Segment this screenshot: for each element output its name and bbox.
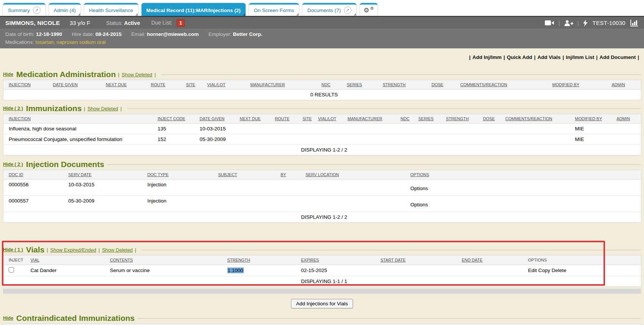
section-divider: [107, 164, 641, 165]
column-header[interactable]: VIAL: [29, 255, 109, 265]
column-header[interactable]: NDC: [399, 114, 417, 124]
column-header[interactable]: END DATE: [460, 255, 527, 265]
column-header[interactable]: DATE GIVEN: [198, 114, 238, 124]
video-call-icon[interactable]: [545, 20, 554, 26]
section-immunizations: Hide ( 2 ) Immunizations | Show Deleted …: [3, 104, 641, 155]
hide-link[interactable]: Hide ( 1 ): [3, 247, 23, 252]
column-header[interactable]: NDC: [320, 80, 345, 90]
column-header[interactable]: COMMENTS/REACTION: [459, 80, 551, 90]
separator: |: [504, 54, 505, 60]
immunization-row: Pneumococcal Conjugate, unspecified form…: [3, 134, 641, 145]
expires-cell: 02-15-2025: [300, 265, 379, 276]
add-document-link[interactable]: Add Document: [599, 54, 636, 60]
column-header[interactable]: MODIFIED BY: [551, 80, 610, 90]
column-header[interactable]: EXPIRES: [300, 255, 379, 265]
contraindicated-immunizations-table: INJECTION DATE ENTERED CONTRAINDICATION …: [3, 323, 641, 325]
column-header[interactable]: ADMIN: [615, 114, 641, 124]
add-injections-for-vials-button[interactable]: Add Injections for Vials: [291, 299, 353, 308]
column-header[interactable]: NEXT DUE: [238, 114, 274, 124]
column-header[interactable]: STRENGTH: [226, 255, 300, 265]
due-list-badge[interactable]: 1: [177, 19, 185, 27]
column-header[interactable]: SERIES: [345, 80, 381, 90]
column-header[interactable]: SERV LOCATION: [304, 170, 409, 180]
add-vials-link[interactable]: Add Vials: [537, 54, 560, 60]
column-header[interactable]: SERV DATE: [67, 170, 146, 180]
external-link-icon[interactable]: ↗: [33, 6, 40, 14]
column-header[interactable]: COMMENTS/REACTION: [330, 324, 488, 325]
bar-chart-icon[interactable]: [630, 20, 639, 26]
edit-link[interactable]: Edit: [528, 268, 537, 273]
column-header[interactable]: COMMENTS/REACTION: [504, 114, 574, 124]
vial-select-checkbox[interactable]: [9, 267, 14, 272]
column-header[interactable]: SITE: [301, 114, 317, 124]
add-person-icon[interactable]: [564, 20, 573, 26]
column-header[interactable]: MANUFACTURER: [249, 80, 320, 90]
column-header[interactable]: VIAL/LOT: [206, 80, 249, 90]
hide-link[interactable]: Hide: [3, 72, 13, 77]
column-header[interactable]: INJECT CODE: [156, 114, 198, 124]
options-link[interactable]: Options: [409, 180, 641, 196]
column-header[interactable]: BY: [279, 170, 304, 180]
column-header[interactable]: OPTIONS: [409, 170, 641, 180]
tab-admin[interactable]: Admin (4): [49, 3, 81, 16]
immunization-row: Influenza, high dose seasonal 135 10-03-…: [3, 124, 641, 134]
horizontal-scrollbar[interactable]: [3, 289, 641, 294]
column-header[interactable]: ROUTE: [149, 80, 185, 90]
column-header[interactable]: DATE ENTERED: [83, 324, 191, 325]
column-header[interactable]: ADMIN: [610, 80, 641, 90]
add-inj-imm-link[interactable]: Add Inj/Imm: [473, 54, 502, 60]
column-header[interactable]: DOSE: [430, 80, 459, 90]
tab-medical-record[interactable]: Medical Record (11):MAR/Injections (2): [142, 3, 246, 16]
column-header[interactable]: NEXT DUE: [104, 80, 149, 90]
column-header[interactable]: SUBJECT: [217, 170, 279, 180]
external-link-icon[interactable]: ↗: [344, 6, 352, 14]
lightning-icon[interactable]: [583, 20, 588, 26]
column-header[interactable]: MODIFIED BY: [574, 114, 615, 124]
column-header[interactable]: DOC ID: [3, 170, 67, 180]
column-header[interactable]: SITE: [185, 80, 206, 90]
column-header[interactable]: INJECTION: [3, 80, 51, 90]
column-header[interactable]: DATE GIVEN: [51, 80, 104, 90]
show-deleted-link[interactable]: Show Deleted: [102, 247, 133, 253]
column-header[interactable]: INJECTION: [3, 114, 156, 124]
medications-value[interactable]: losartan, naproxen sodium oral: [36, 39, 106, 45]
options-link[interactable]: Options: [409, 196, 641, 212]
column-header[interactable]: STRENGTH: [381, 80, 430, 90]
column-header[interactable]: STRENGTH: [445, 114, 482, 124]
tab-label: Admin (4): [54, 8, 76, 13]
show-deleted-link[interactable]: Show Deleted: [121, 72, 152, 77]
hide-link[interactable]: Hide ( 2 ): [3, 162, 23, 167]
column-header[interactable]: MANUFACTURER: [346, 114, 399, 124]
separator: |: [563, 54, 564, 60]
column-header[interactable]: DOC TYPE: [146, 170, 217, 180]
show-expired-ended-link[interactable]: Show Expired/Ended: [50, 247, 96, 253]
column-header[interactable]: SERIES: [417, 114, 445, 124]
separator: |: [596, 54, 597, 60]
column-header[interactable]: ROUTE: [274, 114, 301, 124]
hide-link[interactable]: Hide: [3, 316, 13, 321]
tab-summary[interactable]: Summary ↗: [3, 3, 45, 16]
column-header[interactable]: INJECTION: [3, 324, 83, 325]
tab-on-screen-forms[interactable]: On Screen Forms: [249, 3, 299, 16]
column-header[interactable]: DOSE: [482, 114, 504, 124]
hide-link[interactable]: Hide ( 2 ): [3, 106, 23, 111]
section-divider: [127, 108, 641, 109]
serv-date-cell: 10-03-2015: [67, 180, 146, 196]
column-header[interactable]: VIAL/LOT: [317, 114, 346, 124]
column-header[interactable]: CONTRAINDICATION: [191, 324, 330, 325]
quick-add-link[interactable]: Quick Add: [507, 54, 532, 60]
tab-settings[interactable]: ⚙ ⚙: [360, 3, 378, 16]
tab-health-surveillance[interactable]: Health Surveillance: [84, 3, 138, 16]
date-given-cell: 10-03-2015: [198, 124, 238, 134]
copy-link[interactable]: Copy: [538, 268, 551, 273]
tab-documents[interactable]: Documents (7) ↗: [302, 3, 356, 16]
inj-imm-list-link[interactable]: Inj/Imm List: [566, 54, 594, 60]
column-header[interactable]: ADMIN: [581, 324, 641, 325]
strength-cell: 1:1000: [226, 265, 300, 276]
column-header[interactable]: START DATE: [379, 255, 460, 265]
doc-id-cell: 0000556: [3, 180, 67, 196]
delete-link[interactable]: Delete: [552, 268, 566, 273]
column-header[interactable]: CONTENTS: [109, 255, 226, 265]
column-header[interactable]: MODIFIED BY: [488, 324, 581, 325]
show-deleted-link[interactable]: Show Deleted: [87, 106, 118, 111]
